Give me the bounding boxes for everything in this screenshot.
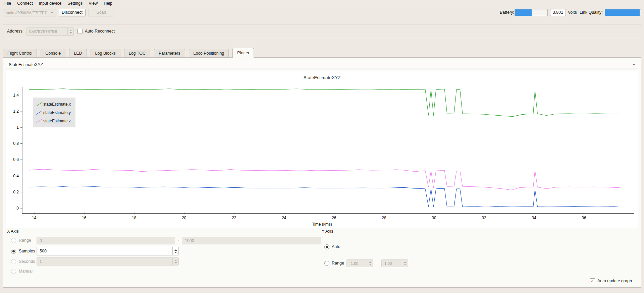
menu-settings[interactable]: Settings [64, 0, 86, 6]
connection-uri-combobox[interactable]: radio://0/80/2M/E7E7E7 [3, 9, 56, 16]
svg-text:30: 30 [432, 216, 436, 220]
legend-entry: stateEstimate.x [35, 100, 73, 108]
y-range-max-spinbox[interactable]: 1.00 [381, 259, 408, 267]
spin-down-icon [404, 264, 407, 265]
battery-progress-bar [515, 9, 548, 16]
x-range-min-field[interactable]: 0 [37, 237, 175, 244]
spin-buttons[interactable] [67, 28, 73, 35]
spin-up-icon [69, 30, 72, 31]
y-auto-label: Auto [332, 244, 340, 249]
menu-file[interactable]: File [1, 0, 14, 6]
connection-uri-value: radio://0/80/2M/E7E7E7 [6, 11, 47, 15]
auto-reconnect-checkbox[interactable] [77, 29, 83, 34]
volts-label: volts [568, 10, 577, 15]
tab-plotter[interactable]: Plotter [232, 48, 254, 58]
spin-up-icon [369, 261, 372, 263]
tab-console[interactable]: Console [41, 49, 65, 58]
legend-entry: stateEstimate.z [35, 117, 73, 125]
svg-text:0: 0 [16, 206, 19, 211]
svg-text:28: 28 [382, 216, 386, 220]
legend-label: stateEstimate.y [43, 110, 71, 115]
y-range-label: Range [332, 261, 344, 266]
chart-legend: stateEstimate.xstateEstimate.ystateEstim… [33, 98, 75, 127]
range-separator: - [377, 260, 378, 265]
legend-label: stateEstimate.z [43, 119, 71, 123]
address-panel: Address: 0xE7E7E7E7EB Auto Reconnect [3, 24, 641, 38]
tab-flight-control[interactable]: Flight Control [3, 49, 37, 58]
battery-progress-fill [515, 9, 532, 16]
svg-text:1: 1 [16, 125, 19, 130]
y-range-max-value: 1.00 [382, 261, 392, 266]
svg-text:26: 26 [332, 216, 336, 220]
tab-led[interactable]: LED [69, 49, 87, 58]
menu-help[interactable]: Help [101, 0, 115, 6]
x-manual-row: Manual [3, 268, 641, 275]
svg-text:1.4: 1.4 [13, 93, 19, 98]
spin-down-icon [369, 264, 372, 265]
svg-text:16: 16 [82, 216, 87, 220]
spin-buttons[interactable] [402, 260, 408, 267]
main-window: File Connect Input device Settings View … [0, 0, 644, 293]
chart-widget: StateEstimateXYZ 14161820222426283032343… [6, 71, 638, 228]
tab-log-blocks[interactable]: Log Blocks [91, 49, 120, 58]
y-axis-group-label: Y Axis [322, 229, 333, 234]
legend-label: stateEstimate.x [43, 102, 71, 107]
x-axis-title: Time (kms) [6, 222, 638, 227]
x-range-max-value: 1000 [182, 238, 194, 243]
link-quality-label: Link Quality: [580, 10, 603, 15]
svg-text:0.4: 0.4 [13, 174, 19, 178]
disconnect-button[interactable]: Disconnect [59, 9, 86, 16]
y-range-min-value: -1.00 [347, 261, 358, 266]
menu-view[interactable]: View [86, 0, 101, 6]
y-range-row: Range -1.00 - 1.00 [3, 259, 641, 268]
legend-line-icon [35, 101, 43, 107]
voltage-value-box: 3.801 [550, 9, 566, 16]
legend-line-icon [35, 110, 43, 116]
svg-text:0.6: 0.6 [13, 157, 19, 162]
spin-up-icon [404, 261, 407, 263]
spin-down-icon [69, 32, 72, 34]
plot-selector-value: StateEstimateXYZ [9, 62, 43, 67]
tab-log-toc[interactable]: Log TOC [124, 49, 150, 58]
spin-buttons[interactable] [367, 260, 373, 267]
auto-reconnect-label: Auto Reconnect [85, 29, 115, 34]
x-range-radio[interactable] [11, 238, 16, 243]
x-range-min-value: 0 [37, 238, 42, 243]
svg-text:14: 14 [32, 216, 37, 220]
auto-update-label: Auto update graph [597, 279, 632, 283]
plot-selector-combobox[interactable]: StateEstimateXYZ [6, 61, 638, 68]
y-range-min-spinbox[interactable]: -1.00 [346, 259, 373, 267]
svg-text:34: 34 [532, 216, 536, 220]
x-range-max-field[interactable]: 1000 [182, 237, 321, 244]
menu-input-device[interactable]: Input device [36, 0, 64, 6]
legend-line-icon [35, 118, 43, 124]
svg-text:20: 20 [182, 216, 186, 220]
address-spinbox[interactable]: 0xE7E7E7E7EB [26, 27, 74, 36]
address-value: 0xE7E7E7E7EB [26, 30, 57, 34]
x-axis-group-label: X Axis [7, 229, 19, 234]
plotter-tab-page: StateEstimateXYZ StateEstimateXYZ 141618… [3, 57, 641, 288]
tab-parameters[interactable]: Parameters [154, 49, 185, 58]
x-manual-label: Manual [19, 269, 33, 274]
svg-text:0.8: 0.8 [13, 141, 19, 146]
svg-text:36: 36 [582, 216, 586, 220]
svg-text:18: 18 [132, 216, 137, 220]
x-range-label: Range [19, 238, 31, 243]
y-range-radio[interactable] [324, 261, 329, 266]
auto-update-checkbox[interactable] [590, 278, 595, 283]
y-auto-radio[interactable] [324, 244, 329, 249]
link-quality-progress-fill [605, 9, 640, 16]
tab-loco-positioning[interactable]: Loco Positioning [189, 49, 229, 58]
dropdown-arrow-icon [51, 12, 53, 14]
svg-text:32: 32 [482, 216, 486, 220]
menu-connect[interactable]: Connect [14, 0, 36, 6]
address-label: Address: [7, 29, 23, 34]
tab-bar: Flight Control Console LED Log Blocks Lo… [3, 48, 258, 58]
y-auto-row: Auto [3, 244, 641, 250]
svg-text:0.2: 0.2 [13, 190, 19, 194]
link-quality-progress-bar [605, 9, 641, 16]
scan-button[interactable]: Scan [89, 9, 114, 16]
svg-text:1.2: 1.2 [13, 109, 19, 114]
plot-canvas: 14161820222426283032343600.20.40.60.811.… [6, 71, 638, 228]
x-manual-radio[interactable] [11, 269, 16, 274]
